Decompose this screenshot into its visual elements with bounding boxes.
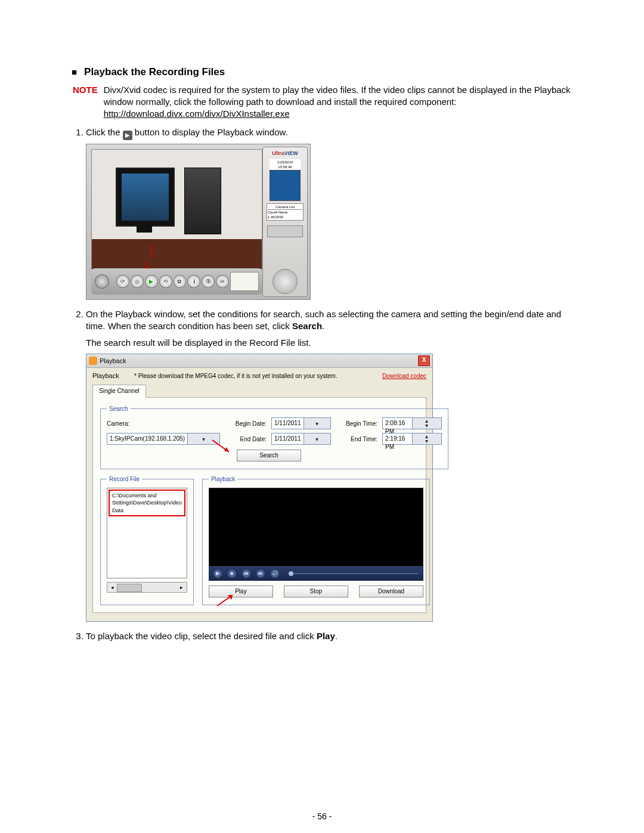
uv-logo: UltraVIEW	[272, 150, 298, 157]
page-number: - 56 -	[0, 811, 644, 822]
red-arrow-icon	[216, 593, 240, 608]
transport-prev-icon[interactable]: ⏮	[242, 569, 250, 578]
chevron-down-icon[interactable]: ▾	[304, 418, 331, 429]
step2-after: The search result will be displayed in t…	[86, 337, 572, 349]
dialog-title: Playback	[100, 357, 418, 366]
step3-bold: Play	[317, 631, 335, 641]
monitor-icon	[116, 168, 175, 227]
begin-date-field[interactable]: 1/11/2011▾	[271, 417, 331, 429]
uv-btn-2[interactable]: ◎	[131, 275, 144, 288]
transport-vol-icon[interactable]: 🔊	[271, 569, 279, 578]
pc-tower-icon	[184, 168, 221, 234]
search-legend: Search	[107, 405, 131, 413]
horizontal-scrollbar[interactable]: ◂ ▸	[107, 582, 187, 593]
note-text: Divx/Xvid codec is required for the syst…	[104, 85, 571, 107]
download-button[interactable]: Download	[359, 586, 423, 597]
stop-button[interactable]: Stop	[284, 586, 348, 597]
step2-bold: Search	[292, 321, 322, 331]
search-button[interactable]: Search	[237, 450, 301, 462]
codec-message: * Please download the MPEG4 codec, if it…	[134, 372, 376, 380]
uv-side-panel: UltraVIEW 1/23/2010 15:59:46 Camera List…	[262, 147, 308, 297]
transport-play-icon[interactable]: ▶	[213, 569, 222, 578]
uv-jog-dial[interactable]	[273, 269, 298, 294]
uv-camera-list: Camera List Cam# Name 1 WCR35	[267, 203, 304, 221]
end-time-field[interactable]: 2:19:16 PM▴▾	[382, 433, 442, 445]
uv-btn-4[interactable]: ⟲	[159, 275, 172, 288]
red-arrow-icon	[211, 439, 235, 457]
step1-text-pre: Click the	[86, 127, 123, 137]
list-item[interactable]: C:\Documents and Settings\Dave\Desktop\V…	[109, 490, 185, 516]
recordfile-legend: Record File	[107, 475, 142, 484]
playback-label: Playback	[92, 371, 128, 380]
begin-time-label: Begin Time:	[336, 420, 377, 428]
uv-btn-1[interactable]: ⟳	[116, 275, 129, 288]
transport-stop-icon[interactable]: ■	[228, 569, 236, 578]
step3-text: To playback the video clip, select the d…	[86, 631, 317, 641]
spinner-icon[interactable]: ▴▾	[412, 433, 442, 444]
note-download-link[interactable]: http://download.divx.com/divx/DivXInstal…	[104, 109, 290, 119]
playback-icon: ▶	[123, 131, 132, 140]
uv-preview-timestamp: 1/23/2010 15:59:46	[270, 159, 301, 170]
video-area	[209, 488, 423, 566]
spinner-icon[interactable]: ▴▾	[412, 418, 442, 429]
scroll-left-icon[interactable]: ◂	[107, 584, 117, 591]
transport-bar: ▶ ■ ⏮ ⏭ 🔊	[209, 566, 423, 581]
search-fieldset: Search Camera: Begin Date: 1/11/2011▾ Be…	[100, 405, 448, 469]
camera-view	[91, 149, 262, 270]
page-title: Playback the Recording Files	[84, 66, 225, 79]
begin-time-field[interactable]: 2:08:16 PM▴▾	[382, 417, 442, 429]
uv-btn-8[interactable]: ✉	[216, 275, 229, 288]
note-body: Divx/Xvid codec is required for the syst…	[104, 84, 572, 120]
power-button[interactable]	[95, 274, 109, 289]
chevron-down-icon[interactable]: ▾	[304, 433, 331, 444]
note-label: NOTE	[73, 84, 98, 120]
transport-slider[interactable]	[289, 573, 419, 574]
download-codec-link[interactable]: Download codec	[382, 372, 426, 380]
end-date-field[interactable]: 1/11/2011▾	[271, 433, 331, 445]
end-time-label: End Time:	[336, 435, 377, 444]
step1-text-post: button to display the Playback window.	[135, 127, 288, 137]
dialog-titlebar: Playback X	[86, 354, 432, 368]
record-file-list[interactable]: C:\Documents and Settings\Dave\Desktop\V…	[107, 488, 187, 578]
uv-btn-5[interactable]: ✿	[174, 275, 187, 288]
uv-layout-panel[interactable]	[230, 272, 259, 291]
heading-bullet: ■	[72, 66, 77, 78]
begin-date-label: Begin Date:	[225, 420, 267, 428]
uv-play-button[interactable]: ▶	[145, 275, 158, 288]
uv-toolbar: ⟳ ◎ ▶ ⟲ ✿ ℹ ⦿ ✉	[91, 268, 262, 295]
playback-fieldset: Playback ▶ ■ ⏮ ⏭ 🔊	[202, 475, 430, 605]
uv-preview-icon	[270, 170, 301, 201]
step2-text: On the Playback window, set the conditio…	[86, 309, 561, 331]
recordfile-fieldset: Record File C:\Documents and Settings\Da…	[100, 475, 194, 605]
transport-next-icon[interactable]: ⏭	[256, 569, 265, 578]
screenshot-ultraview: UltraVIEW 1/23/2010 15:59:46 Camera List…	[86, 144, 311, 300]
close-button[interactable]: X	[418, 355, 430, 366]
uv-btn-6[interactable]: ℹ	[187, 275, 200, 288]
camera-label: Camera:	[107, 420, 220, 428]
uv-btn-7[interactable]: ⦿	[202, 275, 215, 288]
tab-single-channel[interactable]: Single Channel	[92, 385, 146, 398]
screenshot-playback-dialog: Playback X Playback * Please download th…	[86, 354, 433, 621]
playback-legend: Playback	[209, 475, 238, 484]
scroll-right-icon[interactable]: ▸	[177, 584, 187, 591]
dialog-app-icon	[89, 357, 97, 365]
camera-dropdown[interactable]: 1:SkyIPCam(192.168.1.205)▾	[107, 433, 220, 445]
